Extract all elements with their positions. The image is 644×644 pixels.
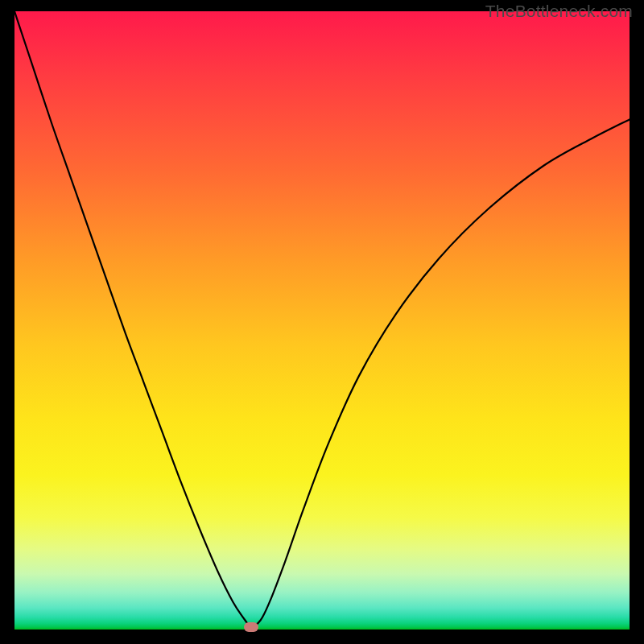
watermark-text: TheBottleneck.com [485,2,633,21]
plot-area [14,11,630,630]
bottleneck-curve [14,11,630,626]
curve-svg [14,11,630,630]
chart-frame: TheBottleneck.com [0,0,644,644]
optimal-point-marker [244,622,258,632]
